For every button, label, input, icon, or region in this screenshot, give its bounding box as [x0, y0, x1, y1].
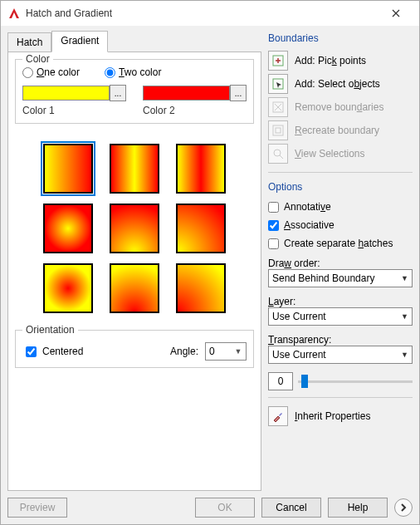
- gradient-inv-curved[interactable]: [176, 263, 226, 313]
- add-select-objects-button[interactable]: Add: Select objects: [268, 72, 413, 96]
- view-selections-button: View Selections: [268, 142, 413, 165]
- color1-picker-button[interactable]: ...: [110, 85, 126, 101]
- magnifier-icon: [268, 144, 288, 164]
- remove-boundaries-icon: [268, 97, 288, 117]
- transparency-label: Transparency:: [268, 334, 413, 346]
- gradient-panel: Color One color Two color: [7, 52, 261, 491]
- recreate-boundary-button: Recreate boundary: [268, 119, 413, 142]
- boundaries-heading: Boundaries: [268, 32, 413, 44]
- color2-label: Color 2: [143, 105, 247, 116]
- right-panel: Boundaries Add: Pick points Add: Select …: [268, 31, 413, 491]
- app-logo-icon: [7, 7, 21, 20]
- draw-order-label: Draw order:: [268, 258, 413, 269]
- svg-rect-3: [273, 125, 283, 135]
- color1-label: Color 1: [22, 105, 126, 116]
- gradient-inv-cylinder-horiz[interactable]: [176, 144, 226, 194]
- pick-points-icon: [268, 51, 288, 71]
- color-legend: Color: [22, 53, 53, 65]
- gradient-spherical[interactable]: [43, 204, 93, 253]
- expand-button[interactable]: [394, 498, 413, 517]
- transparency-value[interactable]: 0: [268, 372, 293, 390]
- dialog-footer: Preview OK Cancel Help: [1, 491, 419, 524]
- gradient-linear-horiz[interactable]: [43, 144, 93, 194]
- chevron-down-icon: ▼: [401, 312, 408, 321]
- gradient-cylinder-horiz[interactable]: [110, 144, 159, 194]
- layer-combo[interactable]: Use Current▼: [268, 307, 413, 326]
- titlebar: Hatch and Gradient: [1, 1, 419, 26]
- annotative-checkbox[interactable]: Annotative: [268, 201, 413, 213]
- color2-swatch[interactable]: [143, 86, 230, 101]
- help-button[interactable]: Help: [328, 498, 388, 518]
- add-pick-points-button[interactable]: Add: Pick points: [268, 49, 413, 72]
- gradient-curved[interactable]: [176, 204, 226, 253]
- gradient-grid: [15, 144, 254, 313]
- chevron-down-icon: ▼: [401, 274, 408, 282]
- cancel-button[interactable]: Cancel: [261, 498, 321, 518]
- angle-input[interactable]: [206, 345, 232, 358]
- radio-two-color[interactable]: Two color: [105, 66, 161, 78]
- tab-gradient[interactable]: Gradient: [51, 31, 108, 52]
- color-group: Color One color Two color: [15, 59, 254, 124]
- inherit-properties-icon: [268, 406, 288, 426]
- preview-button: Preview: [7, 498, 67, 518]
- chevron-down-icon[interactable]: ▼: [232, 347, 244, 356]
- transparency-slider[interactable]: [298, 372, 413, 390]
- ok-button: OK: [195, 498, 255, 518]
- window-title: Hatch and Gradient: [26, 7, 379, 19]
- associative-checkbox[interactable]: Associative: [268, 219, 413, 231]
- transparency-combo[interactable]: Use Current▼: [268, 346, 413, 364]
- remove-boundaries-button: Remove boundaries: [268, 96, 413, 119]
- dialog-window: Hatch and Gradient Hatch Gradient Color …: [0, 0, 420, 525]
- recreate-boundary-icon: [268, 120, 288, 140]
- inherit-properties-button[interactable]: Inherit Properties: [268, 405, 413, 428]
- close-button[interactable]: [379, 2, 413, 25]
- gradient-inv-hemispherical[interactable]: [110, 263, 159, 313]
- tab-bar: Hatch Gradient: [7, 31, 261, 52]
- layer-label: Layer:: [268, 296, 413, 307]
- color1-swatch[interactable]: [22, 86, 110, 101]
- gradient-inv-spherical[interactable]: [43, 263, 93, 313]
- radio-one-color[interactable]: One color: [22, 66, 80, 78]
- centered-checkbox[interactable]: Centered: [22, 344, 83, 360]
- draw-order-combo[interactable]: Send Behind Boundary▼: [268, 269, 413, 287]
- options-heading: Options: [268, 181, 413, 193]
- tab-hatch[interactable]: Hatch: [7, 32, 51, 52]
- angle-label: Angle:: [170, 346, 198, 357]
- svg-point-5: [274, 150, 281, 156]
- chevron-down-icon: ▼: [401, 351, 408, 359]
- orientation-group: Orientation Centered Angle: ▼: [15, 330, 254, 368]
- select-objects-icon: [268, 74, 288, 94]
- orientation-legend: Orientation: [22, 324, 78, 336]
- svg-rect-4: [276, 128, 281, 133]
- create-separate-checkbox[interactable]: Create separate hatches: [268, 238, 413, 249]
- angle-combo[interactable]: ▼: [205, 342, 247, 361]
- gradient-hemispherical[interactable]: [110, 204, 159, 253]
- color2-picker-button[interactable]: ...: [230, 85, 247, 101]
